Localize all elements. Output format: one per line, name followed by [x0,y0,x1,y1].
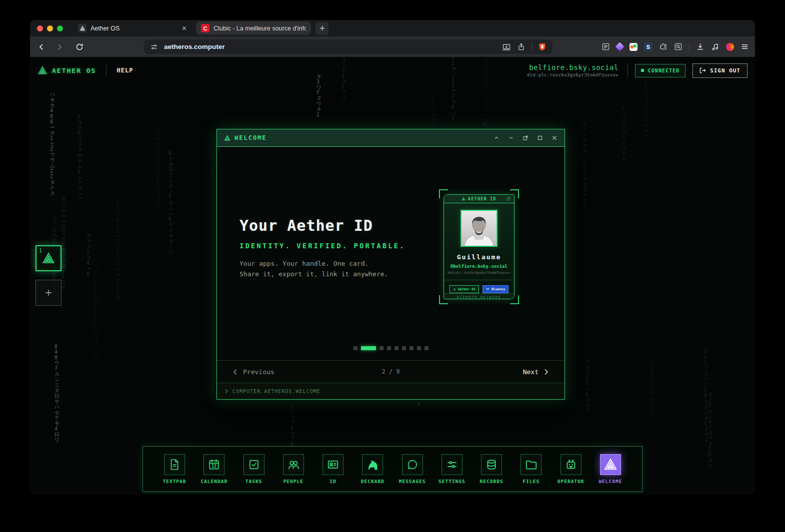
connected-badge[interactable]: CONNECTED [635,64,686,77]
browser-toolbar: aetheros.computer S [30,36,755,57]
matrix-column: T メ エ シ カ 5 メ サ ラ カ [622,107,626,162]
card-did: did:plc:resckx3gs6yr3tokdfzusvxv [448,271,510,275]
traffic-lights [37,25,63,31]
profile-avatar-icon[interactable] [726,43,734,51]
add-workspace-button[interactable] [36,280,62,306]
dock-item-people[interactable]: PEOPLE [275,454,312,484]
aether-favicon [78,24,86,32]
matrix-column: 2 ユ サ 0 エ メ エ ホ ナ ム 5 シ ア ラ ハ ア [78,114,82,202]
aether-id-card[interactable]: AETHER ID [444,194,514,299]
status-path: COMPUTER.AETHEROS.WELCOME [232,389,320,394]
pagination-dot[interactable] [361,346,376,350]
os-header: AETHER OS HELP belfiore.bsky.social did:… [30,60,755,81]
slide-pagination [354,346,428,350]
help-menu[interactable]: HELP [116,67,133,74]
status-bar: COMPUTER.AETHEROS.WELCOME [217,383,564,399]
save-to-device-icon[interactable] [502,42,511,51]
pagination-dot[interactable] [394,346,398,350]
dock-item-records[interactable]: RECORDS [473,454,510,484]
minimize-window-button[interactable] [47,25,53,31]
dock-item-operator[interactable]: OPERATOR [552,454,590,484]
minimize-button[interactable] [508,135,514,141]
dock-item-files[interactable]: FILES [512,454,550,484]
close-window-button[interactable] [37,25,43,31]
extension-diamond-icon[interactable] [615,42,624,51]
pagination-dot[interactable] [417,346,421,350]
url-text[interactable]: aetheros.computer [164,43,225,50]
previous-button[interactable]: Previous [233,368,274,376]
tab-aether-os[interactable]: Aether OS [76,20,192,36]
chat-icon [402,454,423,475]
slide-body-line: Share it, export it, link it anywhere. [240,269,405,279]
forward-button[interactable] [55,42,64,51]
media-icon[interactable] [711,42,720,51]
workspace-1[interactable]: 1 [36,245,62,271]
tab-close-icon[interactable] [182,25,187,31]
account-info: belfiore.bsky.social did:plc:resckx3gs6y… [527,63,618,77]
new-tab-button[interactable] [316,22,328,35]
extension-color-icon[interactable] [630,43,638,51]
extension-s-icon[interactable]: S [644,42,652,51]
pagination-dot[interactable] [354,346,358,350]
tab-clubic[interactable]: C Clubic - La meilleure source d'inform [196,21,311,35]
brave-shield-icon[interactable] [538,42,546,51]
dock-item-calendar[interactable]: 12CALENDAR [196,454,232,484]
welcome-titlebar[interactable]: WELCOME [217,129,564,147]
back-button[interactable] [37,42,46,51]
sign-out-button[interactable]: SIGN OUT [692,63,748,78]
maximize-button[interactable] [537,135,543,141]
pagination-dot[interactable] [402,346,406,350]
pagination-dot[interactable] [410,346,414,350]
dock-item-deckard[interactable]: DECKARD [354,454,391,484]
aether-os-viewport: モ 3 ネ ケ テ キ ム ムニ 2 ユ 8 ネ ヒ モ ニ メ オ マモ 0 … [30,57,755,495]
extensions-puzzle-icon[interactable] [659,42,668,51]
share-icon[interactable] [517,42,526,51]
dock-item-tasks[interactable]: TASKS [236,454,272,484]
slide-tagline: IDENTITY. VERIFIED. PORTABLE. [240,242,405,250]
popout-button[interactable] [522,135,528,141]
matrix-column: 8 4 0 ウ 7 ス シ ニ ヌ 日 サ ハ セ テ モ 4 日 ワ [54,344,60,443]
close-button[interactable] [552,135,558,141]
dock-item-messages[interactable]: MESSAGES [394,454,431,484]
reading-list-icon[interactable] [602,42,610,51]
downloads-icon[interactable] [696,42,704,51]
menu-icon[interactable] [740,42,749,51]
next-button[interactable]: Next [523,368,548,376]
card-name: Guillaume [457,253,501,261]
matrix-column: 8 ツ ハ 4 オ 2 ー Z ケ 5 日 7 オ サ ケ 6 9 モ [116,200,121,299]
aether-os-badge[interactable]: Aether OS [450,285,479,293]
bluesky-badge[interactable]: Bluesky [482,285,508,293]
pagination-dot[interactable] [387,346,391,350]
tab-bar: Aether OS C Clubic - La meilleure source… [30,20,755,36]
matrix-column: ワ 日 ス リ 日 キ シ ア ケ ツ [650,363,654,418]
calendar-icon: 12 [204,454,224,475]
dock-item-welcome[interactable]: WELCOME [592,454,629,484]
url-bar[interactable]: aetheros.computer [144,39,552,54]
dock-label: RECORDS [480,479,504,484]
brand[interactable]: AETHER OS [38,65,96,75]
dock-label: FILES [523,479,540,484]
dock-item-settings[interactable]: SETTINGS [434,454,470,484]
aether-logo-icon [600,454,621,475]
refresh-icon[interactable] [506,196,511,201]
dock-label: PEOPLE [284,479,304,484]
matrix-column: ハ オ カ 4 8 8 ー カ 1 ヒ Z ウ ラ ム Z Z タ ナ ス [50,91,55,196]
profile-photo [460,210,498,247]
matrix-column: ホ ヌ メ マ タ ー ヘ ミ ウ マ タ セ ラ ナ ヌ メ [582,121,588,209]
fullscreen-window-button[interactable] [57,25,63,31]
pagination-dot[interactable] [424,346,428,350]
account-did: did:plc:resckx3gs6yr3tokdfzusvxv [527,72,618,77]
dock-item-id[interactable]: ID [314,454,352,484]
site-settings-icon[interactable] [150,43,158,51]
matrix-column: ヌ ツ ホ ー ー 日 ユ セ ケ オ ツ ツ セ ナ 3 ス カ [61,197,66,290]
tasks-icon [244,454,264,475]
search-tabs-icon[interactable] [674,42,682,51]
collapse-button[interactable] [494,135,500,141]
chevron-right-icon [544,369,548,375]
reload-button[interactable] [75,42,84,51]
dock-item-textpad[interactable]: TEXTPAD [156,454,193,484]
plus-icon [44,288,53,297]
dock-label: CALENDAR [200,479,228,484]
butterfly-icon [486,288,490,291]
pagination-dot[interactable] [380,346,384,350]
